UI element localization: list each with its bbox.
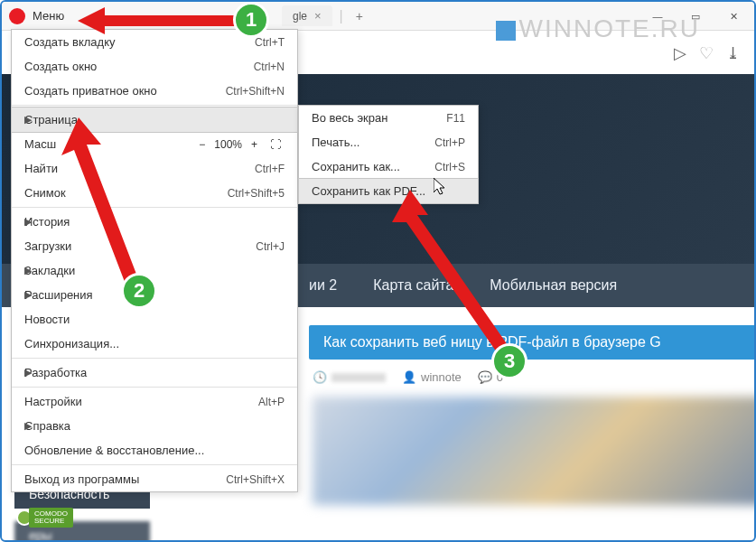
chevron-right-icon: ▶ (24, 367, 32, 378)
annotation-arrow-1 (78, 7, 240, 34)
article-meta: 🕓 👤winnote 💬0 (313, 370, 754, 384)
window-close-button[interactable]: ✕ (714, 4, 752, 29)
heart-icon[interactable]: ♡ (699, 43, 714, 63)
menu-new-window[interactable]: Создать окноCtrl+N (12, 54, 297, 79)
menu-button[interactable]: Меню (33, 9, 64, 23)
svg-marker-1 (61, 117, 137, 282)
user-icon: 👤 (402, 370, 416, 384)
menu-sync[interactable]: Синхронизация... (12, 332, 297, 356)
chevron-right-icon: ▶ (24, 289, 32, 301)
submenu-print[interactable]: Печать...Ctrl+P (299, 130, 478, 154)
meta-date: 🕓 (313, 370, 386, 384)
new-tab-button[interactable]: + (350, 9, 369, 23)
clock-icon: 🕓 (313, 370, 327, 384)
annotation-step-1: 1 (233, 2, 269, 38)
submenu-fullscreen[interactable]: Во весь экранF11 (299, 106, 478, 130)
chevron-right-icon: ▶ (24, 420, 32, 432)
menu-separator (12, 105, 297, 106)
download-icon[interactable]: ⤓ (726, 43, 740, 63)
menu-help[interactable]: Справка▶ (12, 414, 297, 438)
annotation-arrow-3 (392, 190, 518, 361)
annotation-step-3: 3 (491, 343, 527, 379)
chevron-right-icon: ▶ (24, 114, 32, 126)
zoom-out-button[interactable]: − (195, 138, 209, 151)
windows-icon (496, 21, 516, 41)
menu-news[interactable]: Новости (12, 307, 297, 332)
chevron-right-icon: ▶ (24, 216, 32, 228)
opera-logo-icon (9, 8, 25, 24)
window-maximize-button[interactable]: ▭ (677, 4, 714, 29)
browser-tab[interactable]: gle × (282, 5, 332, 26)
zoom-value: 100% (214, 138, 242, 151)
meta-author: 👤winnote (402, 370, 462, 384)
menu-separator (12, 464, 297, 465)
menu-separator (12, 387, 297, 388)
annotation-arrow-2 (56, 117, 155, 289)
window-minimize-button[interactable]: — (639, 4, 677, 29)
comodo-secure-badge: COMODOSECURE (16, 508, 73, 528)
zoom-in-button[interactable]: + (247, 138, 261, 151)
tab-divider: | (340, 8, 343, 24)
article-image (313, 397, 756, 505)
article-title: Как сохранить веб ницу в PDF-файл в брау… (309, 325, 756, 360)
svg-marker-3 (434, 178, 444, 194)
send-icon[interactable]: ▷ (674, 43, 686, 63)
mouse-cursor-icon (434, 178, 448, 200)
menu-separator (12, 358, 297, 359)
menu-exit[interactable]: Выход из программыCtrl+Shift+X (12, 467, 297, 491)
nav-link[interactable]: ии 2 (309, 277, 337, 294)
menu-settings[interactable]: НастройкиAlt+P (12, 389, 297, 414)
comment-icon: 💬 (478, 370, 492, 384)
menu-new-private[interactable]: Создать приватное окноCtrl+Shift+N (12, 79, 297, 103)
svg-marker-2 (392, 190, 508, 352)
menu-dev[interactable]: Разработка▶ (12, 360, 297, 385)
tab-close-icon[interactable]: × (314, 9, 322, 23)
menu-update[interactable]: Обновление & восстановление... (12, 438, 297, 463)
annotation-step-2: 2 (121, 273, 157, 309)
chevron-right-icon: ▶ (24, 265, 32, 276)
fullscreen-icon[interactable]: ⛶ (266, 138, 285, 151)
svg-marker-0 (78, 7, 240, 34)
tab-title: gle (293, 10, 307, 23)
submenu-save-as[interactable]: Сохранить как...Ctrl+S (299, 154, 478, 179)
